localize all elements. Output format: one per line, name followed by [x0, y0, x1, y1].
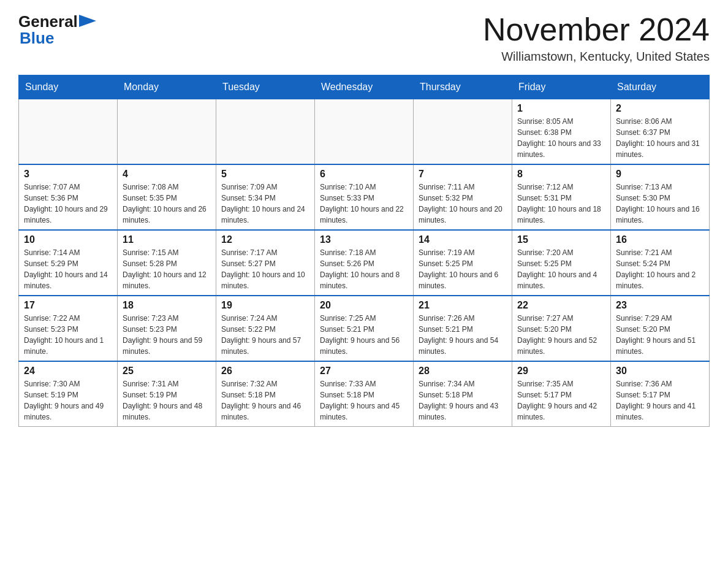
calendar-cell: [315, 99, 414, 165]
day-number: 20: [320, 300, 408, 311]
weekday-header-thursday: Thursday: [414, 75, 512, 99]
day-info: Sunrise: 7:36 AMSunset: 5:17 PMDaylight:…: [616, 378, 704, 423]
day-number: 1: [517, 103, 605, 114]
day-number: 27: [320, 366, 408, 377]
logo-blue-text: Blue: [18, 29, 54, 48]
calendar-cell: [414, 99, 512, 165]
day-info: Sunrise: 7:17 AMSunset: 5:27 PMDaylight:…: [221, 247, 309, 291]
day-info: Sunrise: 7:29 AMSunset: 5:20 PMDaylight:…: [616, 313, 704, 357]
day-number: 29: [517, 366, 605, 377]
calendar-cell: 10Sunrise: 7:14 AMSunset: 5:29 PMDayligh…: [19, 230, 118, 296]
calendar-cell: 28Sunrise: 7:34 AMSunset: 5:18 PMDayligh…: [414, 361, 512, 427]
calendar-cell: 24Sunrise: 7:30 AMSunset: 5:19 PMDayligh…: [19, 361, 118, 427]
calendar-cell: 17Sunrise: 7:22 AMSunset: 5:23 PMDayligh…: [19, 296, 118, 361]
calendar-table: SundayMondayTuesdayWednesdayThursdayFrid…: [18, 75, 710, 427]
day-info: Sunrise: 7:23 AMSunset: 5:23 PMDaylight:…: [123, 313, 211, 357]
day-info: Sunrise: 7:09 AMSunset: 5:34 PMDaylight:…: [221, 182, 309, 226]
calendar-cell: 8Sunrise: 7:12 AMSunset: 5:31 PMDaylight…: [512, 164, 611, 230]
weekday-header-saturday: Saturday: [611, 75, 710, 99]
calendar-week-row: 1Sunrise: 8:05 AMSunset: 6:38 PMDaylight…: [19, 99, 710, 165]
day-info: Sunrise: 7:07 AMSunset: 5:36 PMDaylight:…: [24, 182, 112, 226]
calendar-cell: [118, 99, 216, 165]
day-info: Sunrise: 7:25 AMSunset: 5:21 PMDaylight:…: [320, 313, 408, 357]
calendar-cell: 25Sunrise: 7:31 AMSunset: 5:19 PMDayligh…: [118, 361, 216, 427]
day-number: 17: [24, 300, 112, 311]
calendar-cell: 23Sunrise: 7:29 AMSunset: 5:20 PMDayligh…: [611, 296, 710, 361]
logo: General Blue: [18, 12, 97, 48]
day-number: 21: [419, 300, 507, 311]
calendar-cell: 11Sunrise: 7:15 AMSunset: 5:28 PMDayligh…: [118, 230, 216, 296]
calendar-cell: 20Sunrise: 7:25 AMSunset: 5:21 PMDayligh…: [315, 296, 414, 361]
day-info: Sunrise: 7:34 AMSunset: 5:18 PMDaylight:…: [419, 378, 507, 423]
calendar-cell: 18Sunrise: 7:23 AMSunset: 5:23 PMDayligh…: [118, 296, 216, 361]
day-number: 18: [123, 300, 211, 311]
calendar-cell: 22Sunrise: 7:27 AMSunset: 5:20 PMDayligh…: [512, 296, 611, 361]
day-info: Sunrise: 7:14 AMSunset: 5:29 PMDaylight:…: [24, 247, 112, 291]
location-subtitle: Williamstown, Kentucky, United States: [483, 50, 710, 64]
calendar-week-row: 24Sunrise: 7:30 AMSunset: 5:19 PMDayligh…: [19, 361, 710, 427]
day-info: Sunrise: 7:11 AMSunset: 5:32 PMDaylight:…: [419, 182, 507, 226]
day-number: 6: [320, 169, 408, 180]
calendar-cell: 9Sunrise: 7:13 AMSunset: 5:30 PMDaylight…: [611, 164, 710, 230]
day-number: 16: [616, 234, 704, 245]
day-info: Sunrise: 7:24 AMSunset: 5:22 PMDaylight:…: [221, 313, 309, 357]
day-number: 25: [123, 366, 211, 377]
day-info: Sunrise: 7:27 AMSunset: 5:20 PMDaylight:…: [517, 313, 605, 357]
day-info: Sunrise: 7:21 AMSunset: 5:24 PMDaylight:…: [616, 247, 704, 291]
day-number: 24: [24, 366, 112, 377]
calendar-cell: 4Sunrise: 7:08 AMSunset: 5:35 PMDaylight…: [118, 164, 216, 230]
day-number: 8: [517, 169, 605, 180]
calendar-week-row: 3Sunrise: 7:07 AMSunset: 5:36 PMDaylight…: [19, 164, 710, 230]
day-number: 23: [616, 300, 704, 311]
calendar-week-row: 10Sunrise: 7:14 AMSunset: 5:29 PMDayligh…: [19, 230, 710, 296]
day-info: Sunrise: 7:12 AMSunset: 5:31 PMDaylight:…: [517, 182, 605, 226]
day-info: Sunrise: 7:08 AMSunset: 5:35 PMDaylight:…: [123, 182, 211, 226]
calendar-cell: 12Sunrise: 7:17 AMSunset: 5:27 PMDayligh…: [216, 230, 315, 296]
calendar-cell: 27Sunrise: 7:33 AMSunset: 5:18 PMDayligh…: [315, 361, 414, 427]
weekday-header-tuesday: Tuesday: [216, 75, 315, 99]
day-info: Sunrise: 7:32 AMSunset: 5:18 PMDaylight:…: [221, 378, 309, 423]
day-info: Sunrise: 7:20 AMSunset: 5:25 PMDaylight:…: [517, 247, 605, 291]
day-number: 4: [123, 169, 211, 180]
day-number: 30: [616, 366, 704, 377]
day-number: 7: [419, 169, 507, 180]
day-info: Sunrise: 8:06 AMSunset: 6:37 PMDaylight:…: [616, 116, 704, 160]
day-info: Sunrise: 7:30 AMSunset: 5:19 PMDaylight:…: [24, 378, 112, 423]
weekday-header-row: SundayMondayTuesdayWednesdayThursdayFrid…: [19, 75, 710, 99]
calendar-cell: 13Sunrise: 7:18 AMSunset: 5:26 PMDayligh…: [315, 230, 414, 296]
svg-marker-0: [79, 15, 96, 27]
day-number: 19: [221, 300, 309, 311]
day-info: Sunrise: 8:05 AMSunset: 6:38 PMDaylight:…: [517, 116, 605, 160]
calendar-cell: 15Sunrise: 7:20 AMSunset: 5:25 PMDayligh…: [512, 230, 611, 296]
day-info: Sunrise: 7:10 AMSunset: 5:33 PMDaylight:…: [320, 182, 408, 226]
day-number: 22: [517, 300, 605, 311]
title-block: November 2024 Williamstown, Kentucky, Un…: [483, 12, 710, 64]
day-number: 3: [24, 169, 112, 180]
calendar-cell: 5Sunrise: 7:09 AMSunset: 5:34 PMDaylight…: [216, 164, 315, 230]
day-number: 10: [24, 234, 112, 245]
calendar-cell: 29Sunrise: 7:35 AMSunset: 5:17 PMDayligh…: [512, 361, 611, 427]
day-info: Sunrise: 7:15 AMSunset: 5:28 PMDaylight:…: [123, 247, 211, 291]
calendar-cell: 6Sunrise: 7:10 AMSunset: 5:33 PMDaylight…: [315, 164, 414, 230]
day-number: 2: [616, 103, 704, 114]
day-number: 11: [123, 234, 211, 245]
day-number: 9: [616, 169, 704, 180]
calendar-cell: 7Sunrise: 7:11 AMSunset: 5:32 PMDaylight…: [414, 164, 512, 230]
day-number: 28: [419, 366, 507, 377]
calendar-cell: 30Sunrise: 7:36 AMSunset: 5:17 PMDayligh…: [611, 361, 710, 427]
weekday-header-wednesday: Wednesday: [315, 75, 414, 99]
day-number: 13: [320, 234, 408, 245]
day-number: 14: [419, 234, 507, 245]
calendar-cell: [216, 99, 315, 165]
calendar-cell: 1Sunrise: 8:05 AMSunset: 6:38 PMDaylight…: [512, 99, 611, 165]
day-info: Sunrise: 7:22 AMSunset: 5:23 PMDaylight:…: [24, 313, 112, 357]
calendar-cell: [19, 99, 118, 165]
day-info: Sunrise: 7:19 AMSunset: 5:25 PMDaylight:…: [419, 247, 507, 291]
day-info: Sunrise: 7:31 AMSunset: 5:19 PMDaylight:…: [123, 378, 211, 423]
calendar-cell: 21Sunrise: 7:26 AMSunset: 5:21 PMDayligh…: [414, 296, 512, 361]
weekday-header-friday: Friday: [512, 75, 611, 99]
day-info: Sunrise: 7:35 AMSunset: 5:17 PMDaylight:…: [517, 378, 605, 423]
day-number: 5: [221, 169, 309, 180]
day-info: Sunrise: 7:18 AMSunset: 5:26 PMDaylight:…: [320, 247, 408, 291]
day-number: 12: [221, 234, 309, 245]
